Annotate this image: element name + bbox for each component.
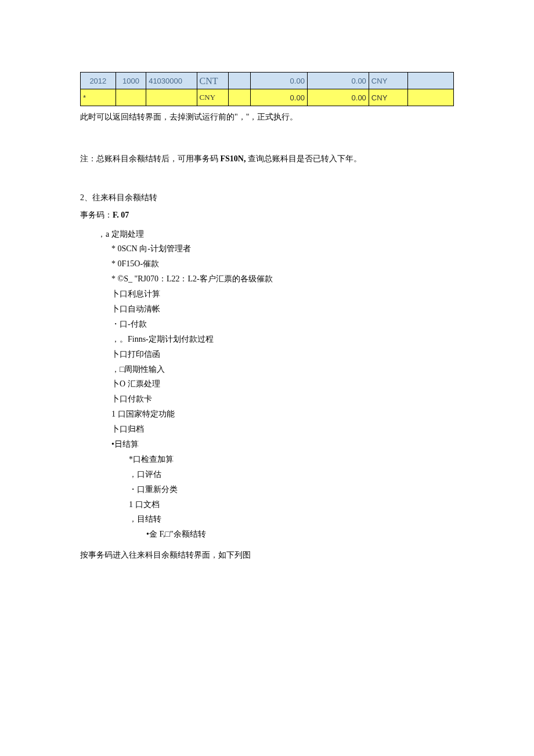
tree-node: 1 口国家特定功能 <box>111 407 454 422</box>
tree-node: ，口评估 <box>129 467 454 482</box>
cell-tail <box>407 73 453 89</box>
txcode-label: 事务码： <box>80 211 113 219</box>
tree-node: ，□周期性输入 <box>111 362 454 377</box>
cell <box>407 89 453 106</box>
tree-node: ，。Finns-定期计划付款过程 <box>111 332 454 347</box>
tree-node: * ©S_ "RJ070：L22：L2-客户汇票的各级催款 <box>111 272 454 287</box>
section-2-title: 2、往来科目余额结转 <box>80 191 454 204</box>
balance-table: 2012 1000 41030000 CNT 0.00 0.00 CNY * C… <box>80 72 454 106</box>
cell-curr: CNY <box>369 73 407 89</box>
cell-amt1: 0.00 <box>251 73 308 89</box>
cell-code1: 1000 <box>116 73 146 89</box>
cell-empty <box>229 73 251 89</box>
note-code: FS10N, <box>221 154 246 163</box>
table-row: * CNY 0.00 0.00 CNY <box>81 89 454 106</box>
note-prefix: 注：总账科目余额结转后，可用事务码 <box>80 154 221 163</box>
cell-star: * <box>81 89 116 106</box>
tree-node: ，目结转 <box>129 512 454 527</box>
tree-node: * 0F15O-催款 <box>111 256 454 272</box>
tree-node: 卜口利息计算 <box>111 287 454 302</box>
cell <box>229 89 251 106</box>
cell-amt2: 0.00 <box>307 73 369 89</box>
txcode-value: F. 07 <box>113 211 129 219</box>
tree-node: * 0SCN 向-计划管理者 <box>111 241 454 256</box>
cell-curr: CNY <box>197 89 229 106</box>
tree-node: •金 F,□"余额结转 <box>146 527 454 542</box>
tree-node: 卜口自动清帐 <box>111 302 454 317</box>
cell-cnt: CNT <box>197 73 229 89</box>
tree-node: 卜口打印信函 <box>111 347 454 362</box>
tree-node: ・口-付款 <box>111 317 454 332</box>
tree-node: ・口重新分类 <box>129 482 454 497</box>
paragraph-end: 按事务码进入往来科目余额结转界面，如下列图 <box>80 549 454 562</box>
note: 注：总账科目余额结转后，可用事务码 FS10N, 查询总账科目是否已转入下年。 <box>80 153 454 165</box>
txcode-line: 事务码：F. 07 <box>80 209 454 222</box>
cell-code2: 41030000 <box>146 73 197 89</box>
menu-tree: ，a 定期处理 * 0SCN 向-计划管理者 * 0F15O-催款 * ©S_ … <box>98 227 454 542</box>
cell <box>116 89 146 106</box>
cell-amt1: 0.00 <box>251 89 308 106</box>
tree-node: 卜O 汇票处理 <box>111 377 454 392</box>
tree-node: 1 口文档 <box>129 497 454 512</box>
note-suffix: 查询总账科目是否已转入下年。 <box>246 154 362 163</box>
table-row: 2012 1000 41030000 CNT 0.00 0.00 CNY <box>81 73 454 89</box>
cell-curr2: CNY <box>369 89 407 106</box>
cell-year: 2012 <box>81 73 116 89</box>
tree-node: 卜口付款卡 <box>111 392 454 407</box>
cell-amt2: 0.00 <box>307 89 369 106</box>
tree-node: •日结算 <box>111 437 454 452</box>
tree-node: ，a 定期处理 <box>98 227 454 242</box>
cell <box>146 89 197 106</box>
tree-node: *口检查加算 <box>129 452 454 467</box>
tree-node: 卜口归档 <box>111 422 454 437</box>
paragraph-return: 此时可以返回结转界面，去掉测试运行前的"，"，正式执行。 <box>80 111 454 124</box>
